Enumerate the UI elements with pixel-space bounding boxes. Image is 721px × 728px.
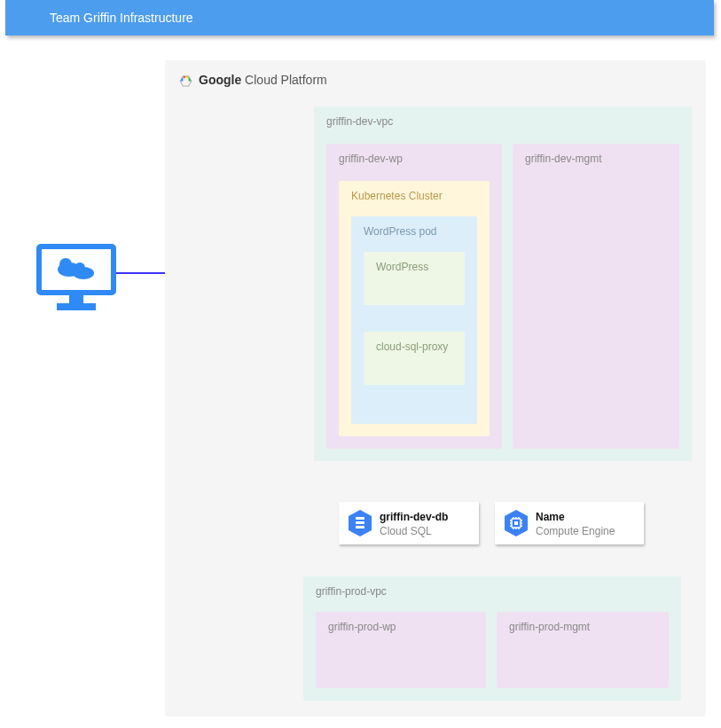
svg-rect-2	[57, 303, 96, 310]
dev-wp-subnet-box: griffin-dev-wp Kubernetes Cluster WordPr…	[326, 144, 502, 449]
gcp-project-box: Google Cloud Platform griffin-dev-vpc gr…	[165, 60, 706, 716]
dev-vpc-label: griffin-dev-vpc	[314, 106, 692, 128]
cloud-sql-icon	[348, 509, 372, 537]
cloud-sql-service: Cloud SQL	[380, 525, 432, 537]
gcp-logo-icon	[179, 74, 192, 88]
header-title: Team Griffin Infrastructure	[50, 11, 193, 25]
prod-mgmt-subnet-box: griffin-prod-mgmt	[497, 612, 669, 688]
gcp-brand: Google	[199, 73, 241, 87]
compute-engine-icon	[504, 509, 529, 537]
svg-marker-16	[186, 76, 189, 79]
prod-mgmt-subnet-label: griffin-prod-mgmt	[497, 612, 669, 633]
dev-mgmt-subnet-box: griffin-dev-mgmt	[513, 144, 679, 449]
cloud-sql-name: griffin-dev-db	[380, 511, 448, 523]
prod-wp-subnet-box: griffin-prod-wp	[316, 612, 486, 688]
svg-rect-20	[356, 517, 364, 520]
k8s-cluster-box: Kubernetes Cluster WordPress pod WordPre…	[339, 181, 490, 436]
cloud-sql-proxy-label: cloud-sql-proxy	[364, 332, 465, 353]
header-banner: Team Griffin Infrastructure	[5, 0, 714, 35]
svg-rect-1	[69, 294, 83, 303]
compute-engine-name: Name	[536, 511, 565, 523]
dev-vpc-box: griffin-dev-vpc griffin-dev-wp Kubernete…	[314, 106, 692, 461]
prod-wp-subnet-label: griffin-prod-wp	[316, 612, 486, 633]
svg-point-5	[59, 258, 72, 270]
svg-rect-22	[356, 526, 364, 528]
cloud-sql-card: griffin-dev-db Cloud SQL	[339, 502, 479, 544]
svg-point-6	[74, 262, 85, 273]
svg-marker-15	[183, 76, 185, 79]
cloud-sql-proxy-box: cloud-sql-proxy	[364, 332, 465, 385]
conn-monitor-lb	[115, 272, 172, 274]
prod-vpc-box: griffin-prod-vpc griffin-prod-wp griffin…	[303, 576, 681, 701]
client-monitor-icon	[35, 243, 117, 312]
prod-vpc-label: griffin-prod-vpc	[303, 576, 681, 598]
wordpress-app-box: WordPress	[364, 252, 465, 305]
gcp-suffix: Cloud Platform	[241, 73, 326, 87]
dev-mgmt-subnet-label: griffin-dev-mgmt	[513, 144, 679, 165]
wp-pod-box: WordPress pod WordPress cloud-sql-proxy	[351, 216, 477, 424]
svg-rect-21	[356, 521, 364, 524]
wordpress-app-label: WordPress	[364, 252, 465, 273]
k8s-cluster-label: Kubernetes Cluster	[339, 181, 490, 202]
compute-engine-card: Name Compute Engine	[495, 502, 644, 544]
dev-wp-subnet-label: griffin-dev-wp	[326, 144, 502, 165]
svg-rect-25	[514, 521, 518, 525]
wp-pod-label: WordPress pod	[351, 216, 477, 238]
compute-engine-service: Compute Engine	[536, 525, 615, 537]
